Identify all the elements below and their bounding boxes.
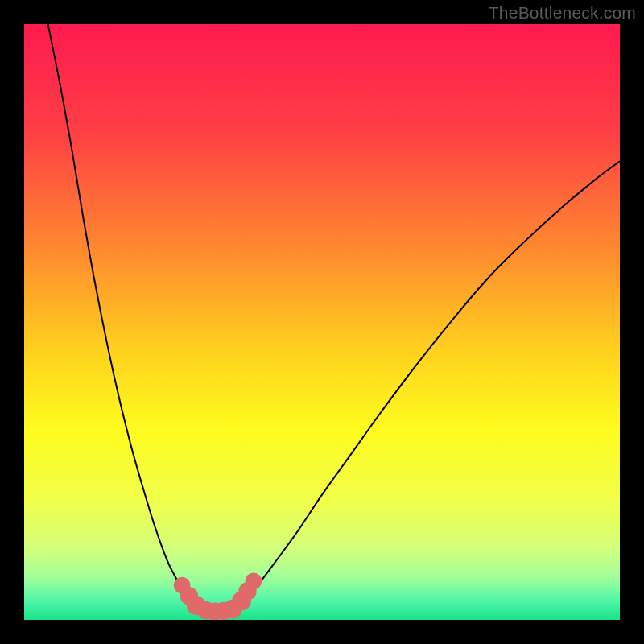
chart-root: TheBottleneck.com: [0, 0, 644, 644]
valley-marker: [246, 573, 262, 590]
watermark-text: TheBottleneck.com: [489, 3, 636, 23]
curves-layer: [24, 24, 620, 620]
plot-area: [24, 24, 620, 620]
curve-left-branch: [48, 24, 203, 611]
valley-markers: [174, 573, 262, 621]
curve-right-branch: [233, 161, 620, 611]
